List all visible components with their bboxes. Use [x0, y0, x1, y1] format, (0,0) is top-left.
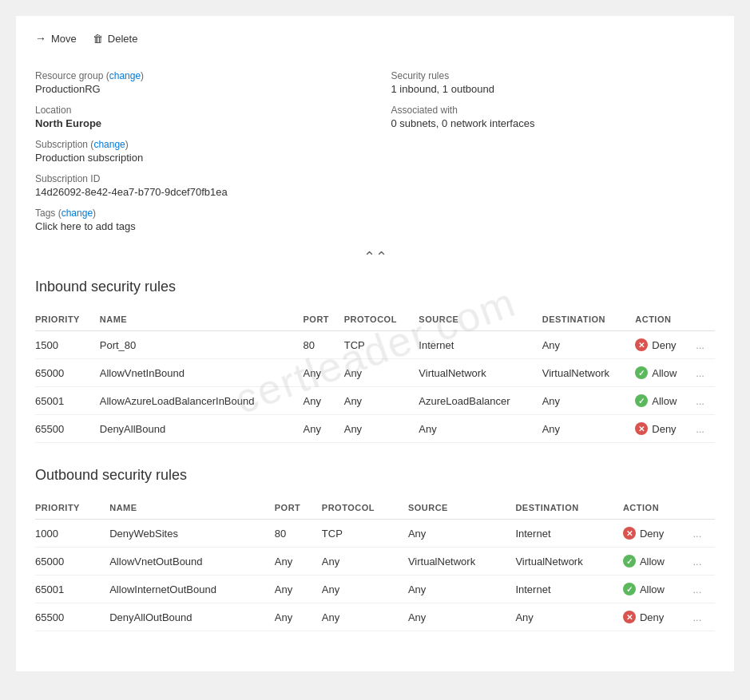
subscription-item: Subscription (change) Production subscri…: [35, 139, 359, 164]
cell-priority: 65001: [35, 387, 100, 415]
cell-action: ✕ Deny: [635, 331, 696, 359]
cell-source: VirtualNetwork: [408, 548, 516, 575]
deny-icon: ✕: [623, 611, 636, 623]
table-row[interactable]: 65500 DenyAllOutBound Any Any Any Any ✕ …: [35, 603, 715, 631]
cell-protocol: Any: [344, 387, 419, 415]
cell-action: ✓ Allow: [635, 387, 696, 415]
inbound-header-row: PRIORITY NAME PORT PROTOCOL SOURCE DESTI…: [35, 308, 715, 331]
action-cell: ✓ Allow: [635, 366, 689, 379]
cell-name: DenyWebSites: [109, 520, 275, 548]
outbound-col-extra: [692, 496, 715, 520]
more-icon[interactable]: ...: [692, 583, 701, 595]
more-icon[interactable]: ...: [692, 528, 701, 540]
table-row[interactable]: 65001 AllowAzureLoadBalancerInBound Any …: [35, 387, 715, 415]
resource-group-value[interactable]: ProductionRG: [35, 83, 359, 95]
cell-source: AzureLoadBalancer: [419, 387, 542, 415]
table-row[interactable]: 65001 AllowInternetOutBound Any Any Any …: [35, 575, 715, 603]
cell-port: Any: [275, 575, 322, 603]
cell-more[interactable]: ...: [692, 548, 715, 575]
cell-source: Internet: [419, 331, 542, 359]
more-icon[interactable]: ...: [696, 395, 704, 407]
inbound-col-priority: PRIORITY: [35, 308, 100, 331]
info-grid: Resource group (change) ProductionRG Sec…: [35, 70, 715, 232]
collapse-icon[interactable]: ⌃⌃: [35, 248, 715, 266]
allow-icon: ✓: [623, 555, 636, 568]
inbound-col-source: SOURCE: [419, 308, 542, 331]
cell-protocol: Any: [322, 548, 408, 575]
move-button[interactable]: → Move: [35, 32, 77, 45]
cell-source: Any: [419, 415, 542, 443]
cell-source: Any: [408, 603, 516, 631]
table-row[interactable]: 65000 AllowVnetOutBound Any Any VirtualN…: [35, 548, 715, 575]
cell-source: Any: [408, 520, 516, 548]
subscription-change-link[interactable]: change: [93, 139, 125, 150]
cell-action: ✕ Deny: [623, 520, 693, 548]
more-icon[interactable]: ...: [692, 611, 701, 623]
cell-more[interactable]: ...: [696, 415, 715, 443]
cell-protocol: TCP: [322, 520, 408, 548]
location-item: Location North Europe: [35, 105, 359, 129]
action-label: Allow: [652, 367, 677, 379]
cell-more[interactable]: ...: [692, 575, 715, 603]
table-row[interactable]: 1500 Port_80 80 TCP Internet Any ✕ Deny …: [35, 331, 715, 359]
delete-icon: 🗑: [93, 33, 103, 45]
cell-destination: Internet: [515, 520, 623, 548]
inbound-table: PRIORITY NAME PORT PROTOCOL SOURCE DESTI…: [35, 308, 715, 443]
action-cell: ✕ Deny: [635, 338, 689, 351]
action-cell: ✕ Deny: [623, 527, 687, 540]
cell-destination: VirtualNetwork: [542, 359, 636, 387]
more-icon[interactable]: ...: [696, 339, 704, 351]
cell-priority: 1000: [35, 520, 109, 548]
inbound-col-name: NAME: [100, 308, 304, 331]
cell-more[interactable]: ...: [696, 359, 715, 387]
cell-action: ✓ Allow: [623, 575, 693, 603]
delete-button[interactable]: 🗑 Delete: [93, 33, 138, 45]
outbound-table: PRIORITY NAME PORT PROTOCOL SOURCE DESTI…: [35, 496, 715, 631]
cell-source: Any: [408, 575, 516, 603]
resource-group-label: Resource group (change): [35, 70, 359, 81]
more-icon[interactable]: ...: [696, 423, 704, 435]
more-icon[interactable]: ...: [696, 367, 704, 379]
cell-port: Any: [275, 548, 322, 575]
subscription-id-value: 14d26092-8e42-4ea7-b770-9dcef70fb1ea: [35, 186, 359, 198]
cell-name: AllowAzureLoadBalancerInBound: [100, 387, 304, 415]
tags-link[interactable]: Click here to add tags: [35, 220, 359, 232]
tags-label: Tags (change): [35, 208, 359, 219]
tags-change-link[interactable]: change: [62, 208, 93, 219]
more-icon[interactable]: ...: [692, 556, 701, 568]
cell-port: Any: [304, 387, 344, 415]
cell-more[interactable]: ...: [696, 387, 715, 415]
cell-action: ✕ Deny: [623, 603, 693, 631]
outbound-col-name: NAME: [109, 496, 275, 520]
outbound-header-row: PRIORITY NAME PORT PROTOCOL SOURCE DESTI…: [35, 496, 715, 520]
cell-priority: 65500: [35, 603, 109, 631]
cell-protocol: Any: [344, 359, 419, 387]
cell-destination: Any: [515, 603, 623, 631]
table-row[interactable]: 65500 DenyAllBound Any Any Any Any ✕ Den…: [35, 415, 715, 443]
outbound-title: Outbound security rules: [35, 467, 715, 484]
location-value: North Europe: [35, 117, 359, 129]
resource-group-change-link[interactable]: change: [109, 70, 141, 81]
cell-more[interactable]: ...: [692, 520, 715, 548]
action-cell: ✓ Allow: [623, 583, 687, 595]
cell-priority: 65000: [35, 359, 100, 387]
cell-destination: Any: [542, 387, 636, 415]
cell-protocol: Any: [344, 415, 419, 443]
action-cell: ✓ Allow: [635, 394, 689, 407]
cell-name: DenyAllBound: [100, 415, 304, 443]
outbound-col-protocol: PROTOCOL: [322, 496, 408, 520]
outbound-col-priority: PRIORITY: [35, 496, 109, 520]
associated-value: 0 subnets, 0 network interfaces: [391, 117, 716, 129]
cell-port: 80: [275, 520, 322, 548]
table-row[interactable]: 65000 AllowVnetInBound Any Any VirtualNe…: [35, 359, 715, 387]
deny-icon: ✕: [635, 338, 648, 351]
outbound-col-source: SOURCE: [408, 496, 516, 520]
table-row[interactable]: 1000 DenyWebSites 80 TCP Any Internet ✕ …: [35, 520, 715, 548]
cell-name: AllowVnetOutBound: [109, 548, 275, 575]
associated-item: Associated with 0 subnets, 0 network int…: [391, 105, 716, 129]
action-label: Allow: [640, 583, 665, 595]
cell-more[interactable]: ...: [692, 603, 715, 631]
cell-more[interactable]: ...: [696, 331, 715, 359]
allow-icon: ✓: [635, 366, 648, 379]
subscription-value[interactable]: Production subscription: [35, 152, 359, 164]
